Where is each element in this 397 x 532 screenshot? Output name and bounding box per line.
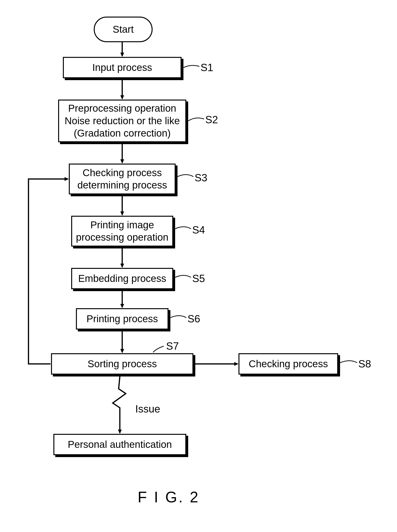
tag-s6: S6: [187, 313, 200, 325]
process-s3: Checking process determining process: [69, 163, 176, 194]
process-s4-label: Printing image processing operation: [76, 219, 168, 244]
figure-caption: F I G. 2: [138, 488, 199, 506]
process-s8: Checking process: [238, 353, 338, 375]
tag-s1: S1: [200, 62, 213, 73]
flowchart-canvas: Start Input process S1 Preprocessing ope…: [0, 0, 397, 532]
start-node: Start: [94, 17, 153, 42]
process-personal-auth: Personal authentication: [53, 434, 186, 455]
tag-s7: S7: [166, 340, 179, 352]
process-s7-label: Sorting process: [87, 358, 157, 370]
start-label: Start: [113, 24, 134, 35]
leader-s6: [170, 316, 186, 318]
process-s5: Embedding process: [71, 268, 173, 289]
process-personal-auth-label: Personal authentication: [68, 438, 172, 451]
process-s2-label: Preprocessing operation Noise reduction …: [65, 102, 180, 140]
leader-s3: [178, 175, 193, 177]
leader-s1: [183, 66, 199, 67]
process-s3-label: Checking process determining process: [77, 167, 167, 192]
leader-s5: [175, 276, 191, 278]
process-s4: Printing image processing operation: [71, 216, 173, 247]
arrow-loop-s7-s3: [28, 179, 68, 364]
process-s2: Preprocessing operation Noise reduction …: [58, 100, 186, 142]
process-s6: Printing process: [76, 308, 168, 330]
leader-s2: [188, 118, 204, 121]
leader-s8: [340, 361, 357, 363]
tag-s5: S5: [192, 273, 205, 284]
process-s1: Input process: [63, 57, 181, 78]
process-s8-label: Checking process: [249, 358, 328, 370]
tag-s2: S2: [205, 114, 218, 126]
process-s5-label: Embedding process: [78, 272, 166, 285]
process-s7: Sorting process: [51, 353, 193, 375]
tag-s8: S8: [358, 358, 371, 370]
arrow-s7-pa-issue: [113, 376, 126, 433]
process-s6-label: Printing process: [86, 313, 158, 325]
tag-s3: S3: [195, 172, 207, 184]
edge-label-issue: Issue: [135, 403, 160, 415]
leader-s4: [175, 227, 191, 229]
process-s1-label: Input process: [92, 61, 152, 74]
leader-s7: [153, 346, 164, 352]
tag-s4: S4: [192, 224, 205, 236]
